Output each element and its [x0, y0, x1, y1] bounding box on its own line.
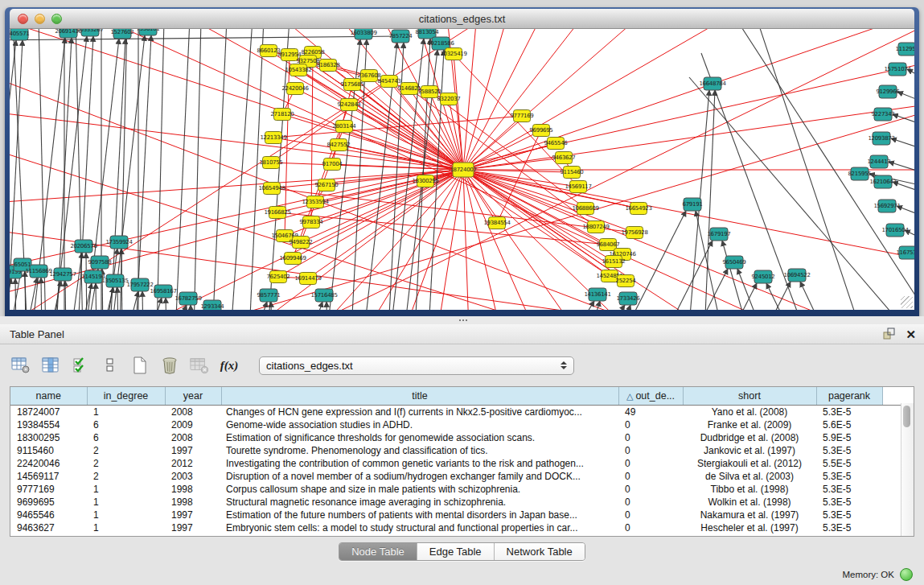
delete-table-icon[interactable]	[190, 356, 209, 375]
graph-node[interactable]: 9498222	[289, 237, 312, 249]
graph-node[interactable]: 9175685	[340, 79, 363, 91]
graph-node[interactable]: 8427552	[326, 139, 350, 151]
graph-node[interactable]: 16099469	[279, 253, 306, 265]
graph-node[interactable]: 9242844	[337, 99, 361, 111]
table-row[interactable]: 1872400712008Changes of HCN gene express…	[10, 406, 901, 419]
graph-node[interactable]: 12942757	[49, 268, 76, 281]
graph-node[interactable]: 9857771	[257, 289, 280, 302]
graph-node[interactable]: 16654923	[625, 203, 651, 215]
graph-node[interactable]: 13505135	[101, 274, 128, 287]
table-mode-icon[interactable]	[11, 356, 31, 375]
column-header-out_de[interactable]: △out_de...	[618, 387, 683, 406]
graph-node[interactable]: 252254	[616, 275, 637, 287]
graph-node[interactable]: 679191	[683, 198, 703, 211]
graph-node[interactable]: 9463627	[552, 152, 575, 164]
graph-node[interactable]: 1733426	[616, 292, 640, 305]
graph-node[interactable]: 15751074	[884, 63, 911, 76]
citation-network-graph[interactable]: 4055712069143610553267152760273561011603…	[10, 29, 914, 310]
resize-grip-icon[interactable]	[901, 296, 913, 308]
table-row[interactable]: 969969511998Structural magnetic resonanc…	[10, 496, 901, 509]
graph-node[interactable]: 8186328	[316, 60, 339, 72]
graph-node[interactable]: 15692971	[873, 200, 900, 212]
graph-node[interactable]: 19384554	[483, 217, 511, 229]
table-row[interactable]: 2242004622012Investigating the contribut…	[10, 457, 901, 470]
clear-selection-icon[interactable]	[101, 356, 120, 375]
float-panel-icon[interactable]	[882, 327, 896, 343]
network-window-titlebar[interactable]: citations_edges.txt	[10, 9, 914, 29]
graph-node[interactable]: 17016504	[881, 224, 909, 237]
column-header-in_degree[interactable]: in_degree	[87, 387, 165, 406]
column-header-pagerank[interactable]: pagerank	[816, 387, 882, 406]
column-header-title[interactable]: title	[221, 387, 618, 406]
graph-node[interactable]: 9465546	[544, 138, 568, 150]
graph-node[interactable]: 16958167	[150, 285, 176, 298]
tab-network-table[interactable]: Network Table	[494, 543, 585, 560]
new-column-icon[interactable]	[130, 356, 150, 375]
graph-node[interactable]: 1293344	[200, 300, 224, 310]
tab-node-table[interactable]: Node Table	[339, 543, 417, 560]
graph-node[interactable]: 10694522	[783, 269, 810, 282]
graph-node[interactable]: 8660123	[257, 45, 280, 57]
graph-node[interactable]: 7356101	[136, 29, 159, 35]
graph-node[interactable]: 1679197	[707, 228, 730, 241]
delete-columns-icon[interactable]	[160, 356, 179, 375]
graph-node[interactable]: 2718120	[270, 109, 294, 121]
table-row[interactable]: 1938455462009Genome-wide association stu…	[10, 418, 901, 431]
select-all-icon[interactable]	[71, 356, 90, 375]
tab-edge-table[interactable]: Edge Table	[417, 543, 494, 560]
graph-node[interactable]: 1167533	[896, 246, 914, 259]
graph-node[interactable]: 8215955	[848, 167, 871, 180]
graph-node[interactable]: 9227343	[871, 108, 894, 121]
memory-indicator[interactable]	[900, 568, 913, 581]
show-columns-icon[interactable]	[41, 356, 60, 375]
graph-node[interactable]: 15716485	[310, 289, 337, 302]
graph-node[interactable]: 9650469	[722, 256, 745, 269]
graph-node[interactable]: 10553267	[76, 29, 103, 36]
graph-node[interactable]: 19756928	[621, 227, 647, 239]
table-row[interactable]: 946362711997Embryonic stem cells: a mode…	[10, 521, 901, 534]
graph-node[interactable]: 22420046	[281, 83, 309, 95]
graph-node[interactable]: 917004	[322, 159, 343, 171]
graph-node[interactable]: 2803144	[332, 121, 356, 133]
graph-node[interactable]: 9245012	[751, 270, 774, 283]
graph-node[interactable]: 8322037	[437, 93, 460, 105]
graph-node[interactable]: 18300295	[412, 175, 438, 187]
table-row[interactable]: 1830029562008Estimation of significance …	[10, 431, 901, 444]
graph-node[interactable]: 9267150	[314, 179, 338, 192]
network-canvas[interactable]: 4055712069143610553267152760273561011603…	[10, 29, 914, 310]
graph-node[interactable]: 1527602	[110, 29, 133, 39]
graph-node[interactable]: 12213349	[260, 132, 286, 144]
table-row[interactable]: 946554611997Estimation of the future num…	[10, 509, 901, 521]
table-selector-dropdown[interactable]: citations_edges.txt	[259, 356, 574, 375]
graph-node[interactable]: 16033809	[350, 29, 376, 39]
table-scrollbar[interactable]	[901, 403, 914, 536]
graph-node[interactable]: 405571	[10, 29, 29, 40]
table-row[interactable]: 977716911998Corpus callosum shape and si…	[10, 483, 901, 496]
graph-node[interactable]: 12093872	[868, 132, 894, 145]
graph-node[interactable]: 18724007	[450, 163, 476, 177]
graph-node[interactable]: 9129966	[876, 85, 900, 98]
graph-node[interactable]: 9699695	[529, 125, 552, 137]
column-header-short[interactable]: short	[683, 387, 816, 406]
graph-node[interactable]: 7857224	[388, 30, 413, 43]
graph-node[interactable]: 9097588	[88, 256, 111, 269]
graph-node[interactable]: 1244413	[867, 155, 890, 168]
graph-node[interactable]: 14569117	[565, 181, 591, 193]
function-builder-icon[interactable]: f(x)	[220, 356, 239, 375]
graph-node[interactable]: 16210643	[869, 175, 896, 188]
graph-node[interactable]: 1112954	[895, 43, 914, 56]
graph-node[interactable]: 9115460	[560, 167, 583, 179]
column-header-name[interactable]: name	[10, 387, 87, 406]
table-row[interactable]: 1456911722003Disruption of a novel membe…	[10, 470, 901, 483]
graph-node[interactable]: 16914479	[294, 273, 321, 285]
graph-node[interactable]: 7625402	[266, 271, 290, 283]
close-panel-icon[interactable]: ✕	[906, 328, 916, 342]
graph-node[interactable]: 1810755	[259, 157, 282, 169]
column-header-year[interactable]: year	[165, 387, 221, 406]
graph-node[interactable]: 9777169	[510, 110, 533, 122]
scrollbar-thumb[interactable]	[903, 406, 910, 427]
table-row[interactable]: 911546021997Tourette syndrome. Phenomeno…	[10, 444, 901, 457]
graph-node[interactable]: 16648784	[699, 77, 726, 90]
graph-node[interactable]: 1615132	[602, 256, 625, 268]
graph-node[interactable]: 9978334	[299, 216, 323, 229]
